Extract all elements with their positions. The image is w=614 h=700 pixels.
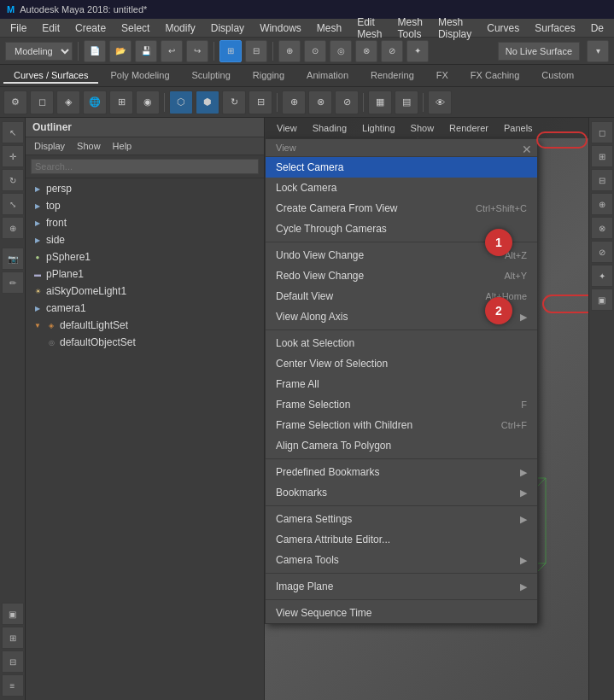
right-btn-6[interactable]: ⊘ <box>591 241 613 263</box>
toolbar-snap6[interactable]: ✦ <box>406 40 429 62</box>
icon-eye[interactable]: 👁 <box>428 90 452 114</box>
icon-select1[interactable]: ◻ <box>30 90 54 114</box>
vp-menu-show[interactable]: Show <box>404 121 441 135</box>
side-select-tool[interactable]: ↖ <box>2 121 24 143</box>
menu-mesh[interactable]: Mesh <box>310 20 348 36</box>
outliner-item-side[interactable]: ▶ side <box>26 231 264 248</box>
icon-cycle[interactable]: ↻ <box>222 90 246 114</box>
menu-windows[interactable]: Windows <box>253 20 308 36</box>
view-select-camera[interactable]: Select Camera <box>266 157 537 178</box>
menu-surfaces[interactable]: Surfaces <box>528 20 582 36</box>
outliner-item-defaultobjectset[interactable]: ◎ defaultObjectSet <box>26 334 264 351</box>
toolbar-new[interactable]: 📄 <box>84 40 106 62</box>
menu-display[interactable]: Display <box>204 20 251 36</box>
outliner-item-front[interactable]: ▶ front <box>26 214 264 231</box>
side-bottom-btn4[interactable]: ≡ <box>2 674 24 697</box>
icon-select2[interactable]: ◈ <box>56 90 80 114</box>
toolbar-save[interactable]: 💾 <box>135 40 157 62</box>
toolbar-snap4[interactable]: ⊗ <box>355 40 377 62</box>
outliner-search-input[interactable] <box>31 159 259 174</box>
tab-fx-caching[interactable]: FX Caching <box>460 68 529 84</box>
dropdown-close-btn[interactable]: ✕ <box>522 143 532 156</box>
view-bookmarks[interactable]: Bookmarks ▶ <box>266 482 537 503</box>
side-camera-tool[interactable]: 📷 <box>2 248 24 270</box>
toolbar-redo[interactable]: ↪ <box>186 40 208 62</box>
view-sequence-time[interactable]: View Sequence Time <box>266 603 537 623</box>
icon-settings[interactable]: ⚙ <box>3 90 27 114</box>
vp-menu-lighting[interactable]: Lighting <box>355 121 402 135</box>
workspace-dropdown[interactable]: Modeling <box>5 42 73 61</box>
view-lock-camera[interactable]: Lock Camera <box>266 178 537 198</box>
toolbar-undo[interactable]: ↩ <box>161 40 183 62</box>
side-scale-tool[interactable]: ⤡ <box>2 193 24 215</box>
view-frame-selection-children[interactable]: Frame Selection with Children Ctrl+F <box>266 415 537 435</box>
outliner-item-camera1[interactable]: ▶ camera1 <box>26 300 264 317</box>
tab-fx[interactable]: FX <box>426 68 459 84</box>
icon-grid2[interactable]: ▤ <box>395 90 418 114</box>
outliner-item-aisky[interactable]: ☀ aiSkyDomeLight1 <box>26 283 264 300</box>
outliner-menu-help[interactable]: Help <box>108 139 137 153</box>
view-create-camera[interactable]: Create Camera From View Ctrl+Shift+C <box>266 198 537 219</box>
toolbar-snap5[interactable]: ⊘ <box>381 40 403 62</box>
outliner-item-persp[interactable]: ▶ persp <box>26 180 264 197</box>
icon-transform[interactable]: ⊞ <box>109 90 133 114</box>
icon-mirror[interactable]: ⊟ <box>249 90 272 114</box>
side-bottom-btn3[interactable]: ⊟ <box>2 650 24 673</box>
icon-grid1[interactable]: ▦ <box>368 90 392 114</box>
menu-mesh-display[interactable]: Mesh Display <box>431 15 478 42</box>
side-bottom-btn2[interactable]: ⊞ <box>2 627 24 649</box>
menu-select[interactable]: Select <box>114 20 156 36</box>
vp-menu-shading[interactable]: Shading <box>306 121 354 135</box>
tab-poly-modeling[interactable]: Poly Modeling <box>100 68 179 84</box>
outliner-item-top[interactable]: ▶ top <box>26 197 264 214</box>
toolbar-snap2[interactable]: ⊙ <box>304 40 326 62</box>
view-camera-tools[interactable]: Camera Tools ▶ <box>266 550 537 570</box>
toolbar-open[interactable]: 📂 <box>109 40 132 62</box>
toolbar-lasso[interactable]: ⊟ <box>245 40 267 62</box>
outliner-item-pplane[interactable]: ▬ pPlane1 <box>26 265 264 283</box>
view-image-plane[interactable]: Image Plane ▶ <box>266 576 537 597</box>
menu-create[interactable]: Create <box>68 20 113 36</box>
icon-box2[interactable]: ⬢ <box>196 90 219 114</box>
tab-rendering[interactable]: Rendering <box>360 68 424 84</box>
right-btn-1[interactable]: ◻ <box>591 121 613 143</box>
icon-box[interactable]: ⬡ <box>169 90 193 114</box>
right-btn-7[interactable]: ✦ <box>591 265 613 287</box>
toolbar-snap3[interactable]: ◎ <box>330 40 352 62</box>
tab-animation[interactable]: Animation <box>296 68 359 84</box>
tab-sculpting[interactable]: Sculpting <box>182 68 241 84</box>
right-btn-5[interactable]: ⊗ <box>591 217 613 239</box>
side-transform-tool[interactable]: ⊕ <box>2 217 24 239</box>
toolbar-select[interactable]: ⊞ <box>219 40 242 62</box>
tab-curves-surfaces[interactable]: Curves / Surfaces <box>3 68 98 84</box>
outliner-menu-show[interactable]: Show <box>72 139 106 153</box>
viewport[interactable]: View Shading Lighting Show Renderer Pane… <box>265 118 588 700</box>
view-look-at-selection[interactable]: Look at Selection <box>266 333 537 353</box>
icon-check1[interactable]: ⊕ <box>282 90 306 114</box>
toolbar-end-btn[interactable]: ▾ <box>587 40 609 62</box>
tab-rigging[interactable]: Rigging <box>243 68 295 84</box>
side-move-tool[interactable]: ✛ <box>2 145 24 167</box>
toolbar-snap1[interactable]: ⊕ <box>278 40 301 62</box>
tab-custom[interactable]: Custom <box>531 68 584 84</box>
view-align-camera[interactable]: Align Camera To Polygon <box>266 435 537 456</box>
menu-de[interactable]: De <box>584 20 611 36</box>
outliner-menu-display[interactable]: Display <box>29 139 70 153</box>
view-redo-change[interactable]: Redo View Change Alt+Y <box>266 265 537 286</box>
view-camera-settings[interactable]: Camera Settings ▶ <box>266 509 537 529</box>
icon-pivot[interactable]: ◉ <box>136 90 160 114</box>
view-frame-all[interactable]: Frame All <box>266 374 537 394</box>
vp-menu-view[interactable]: View <box>270 121 304 135</box>
side-bottom-btn1[interactable]: ▣ <box>2 603 24 625</box>
view-frame-selection[interactable]: Frame Selection F <box>266 394 537 415</box>
icon-world[interactable]: 🌐 <box>83 90 107 114</box>
menu-edit[interactable]: Edit <box>35 20 67 36</box>
side-paint-tool[interactable]: ✏ <box>2 271 24 294</box>
icon-check2[interactable]: ⊗ <box>308 90 332 114</box>
right-btn-3[interactable]: ⊟ <box>591 169 613 191</box>
view-predefined-bookmarks[interactable]: Predefined Bookmarks ▶ <box>266 462 537 482</box>
icon-check3[interactable]: ⊘ <box>335 90 359 114</box>
view-camera-attribute-editor[interactable]: Camera Attribute Editor... <box>266 529 537 550</box>
menu-modify[interactable]: Modify <box>158 20 202 36</box>
right-btn-8[interactable]: ▣ <box>591 289 613 311</box>
